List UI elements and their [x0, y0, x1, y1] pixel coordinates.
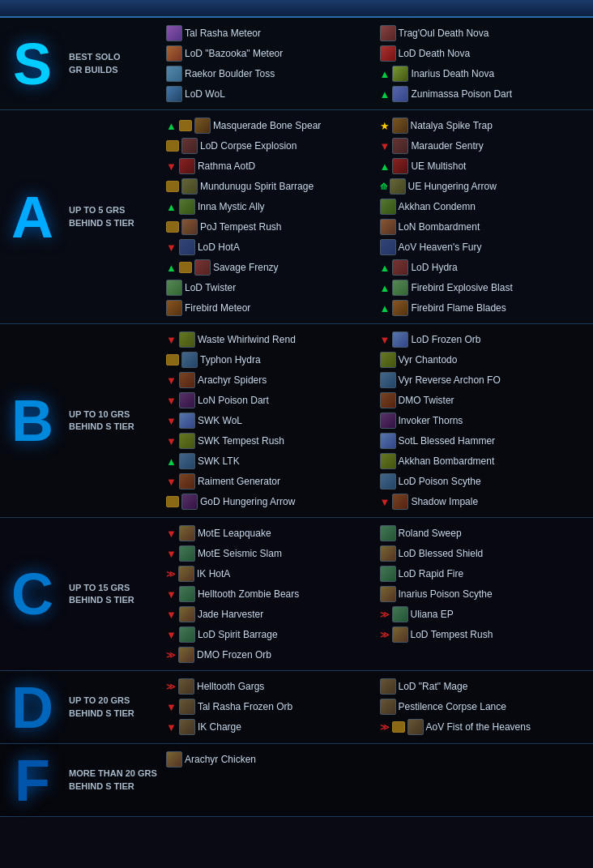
avatar: [179, 239, 195, 255]
list-item: LoD Blessed Shield: [380, 545, 590, 562]
page-wrapper: S BEST SOLOGR BUILDS Tal Rasha Meteor Lo…: [0, 0, 593, 817]
avatar: [178, 566, 194, 582]
avatar: [380, 25, 396, 41]
list-item: ▲ Savage Frenzy: [166, 259, 376, 276]
build-name: Invoker Thorns: [399, 415, 463, 426]
tier-c-builds: ▼ MotE Leapquake ▼ MotE Seismic Slam ≫ I…: [162, 518, 593, 670]
list-item: Pestilence Corpse Lance: [380, 698, 590, 716]
list-item: ▼ LoN Poison Dart: [166, 391, 376, 409]
list-item: ▼ Raiment Generator: [166, 472, 376, 490]
avatar: [392, 66, 408, 82]
list-item: LoD Corpse Explosion: [166, 137, 376, 155]
list-item: ≫ LoD Tempest Rush: [380, 626, 590, 644]
list-item: ▲ Zunimassa Poison Dart: [380, 85, 590, 103]
list-item: Arachyr Chicken: [166, 750, 376, 768]
list-item: ▼ IK Charge: [166, 718, 376, 736]
build-name: MotE Seismic Slam: [198, 548, 282, 559]
tier-a-left: ▲ Masquerade Bone Spear LoD Corpse Explo…: [166, 117, 376, 317]
build-name: Arachyr Chicken: [185, 754, 256, 765]
avatar: [380, 545, 396, 562]
avatar: [392, 158, 408, 174]
down-arrow: ▼: [380, 334, 390, 346]
up-arrow: ▲: [166, 455, 177, 468]
avatar: [392, 259, 408, 276]
up-arrow: ▲: [380, 88, 390, 100]
avatar: [380, 352, 396, 368]
list-item: Raekor Boulder Toss: [166, 65, 376, 83]
list-item: ▼ Marauder Sentry: [380, 137, 590, 155]
build-name: Vyr Reverse Archon FO: [399, 374, 501, 386]
up-arrow: ▲: [380, 68, 390, 80]
build-name: Firebird Meteor: [185, 302, 250, 314]
build-name: Helltooth Zombie Bears: [198, 588, 299, 600]
list-item: Roland Sweep: [380, 524, 590, 542]
double-down-arrow: ≫: [166, 682, 176, 692]
bag-icon: [166, 221, 179, 233]
build-name: Tal Rasha Frozen Orb: [198, 701, 292, 712]
build-name: LoD HotA: [198, 242, 240, 253]
tier-c-right: Roland Sweep LoD Blessed Shield LoD Rapi…: [380, 524, 590, 664]
build-name: Akkhan Bombardment: [399, 455, 495, 467]
avatar: [194, 259, 211, 276]
build-name: LoD "Rat" Mage: [399, 681, 468, 692]
build-name: Inarius Poison Scythe: [399, 588, 493, 600]
list-item: ▼ Waste Whirlwind Rend: [166, 331, 376, 348]
tier-s-label-col: S: [0, 18, 65, 109]
list-item: Inarius Poison Scythe: [380, 585, 590, 603]
avatar: [392, 118, 408, 134]
tier-s-desc: BEST SOLOGR BUILDS: [69, 51, 121, 76]
build-name: Waste Whirlwind Rend: [198, 334, 296, 345]
list-item: ▲ UE Multishot: [380, 157, 590, 175]
tier-d-letter: D: [11, 678, 53, 737]
avatar: [179, 453, 195, 469]
list-item: ▲ Firebird Flame Blades: [380, 299, 590, 317]
list-item: ▼ LoD HotA: [166, 238, 376, 256]
build-name: Raiment Generator: [198, 476, 280, 487]
avatar: [181, 219, 198, 235]
list-item: ≫ AoV Fist of the Heavens: [380, 718, 590, 736]
up-arrow: ▲: [166, 120, 177, 132]
bag-icon: [392, 721, 405, 733]
list-item: GoD Hungering Arrow: [166, 493, 376, 511]
avatar: [380, 219, 396, 235]
avatar: [166, 45, 182, 62]
up-arrow: ▲: [380, 282, 390, 294]
tier-s-desc-col: BEST SOLOGR BUILDS: [65, 18, 162, 109]
tier-b-left: ▼ Waste Whirlwind Rend Typhon Hydra ▼ Ar…: [166, 331, 376, 511]
list-item: ▼ Rathma AotD: [166, 157, 376, 175]
build-name: LoD "Bazooka" Meteor: [185, 48, 283, 59]
tier-b-builds: ▼ Waste Whirlwind Rend Typhon Hydra ▼ Ar…: [162, 324, 593, 517]
list-item: ⟰ UE Hungering Arrow: [380, 177, 590, 195]
build-name: DMO Twister: [399, 395, 454, 406]
tier-c-desc-col: UP TO 15 GRSBEHIND S TIER: [65, 518, 162, 670]
tier-s-builds: Tal Rasha Meteor LoD "Bazooka" Meteor Ra…: [162, 18, 593, 109]
avatar: [179, 158, 195, 174]
build-name: GoD Hungering Arrow: [200, 496, 295, 507]
list-item: ≫ IK HotA: [166, 565, 376, 583]
tier-a-section: A UP TO 5 GRSBEHIND S TIER ▲ Masquerade …: [0, 110, 593, 324]
tier-f-desc-col: MORE THAN 20 GRSBEHIND S TIER: [65, 744, 162, 816]
avatar: [179, 433, 195, 449]
double-down-arrow: ≫: [166, 650, 176, 661]
up-arrow: ▲: [166, 201, 177, 213]
tier-d-right: LoD "Rat" Mage Pestilence Corpse Lance ≫…: [380, 678, 590, 737]
avatar: [392, 606, 408, 622]
avatar: [392, 86, 408, 102]
avatar: [179, 525, 195, 541]
build-name: AoV Fist of the Heavens: [426, 721, 531, 733]
up-arrow: ▲: [380, 262, 390, 274]
double-down-arrow: ≫: [380, 722, 390, 733]
avatar: [380, 453, 396, 469]
build-name: UE Multishot: [411, 160, 466, 172]
build-name: LoN Bombardment: [399, 221, 480, 233]
list-item: ▼ LoD Frozen Orb: [380, 331, 590, 348]
tier-b-letter: B: [11, 391, 53, 450]
tier-a-builds: ▲ Masquerade Bone Spear LoD Corpse Explo…: [162, 110, 593, 323]
list-item: SotL Blessed Hammer: [380, 432, 590, 450]
build-name: Zunimassa Poison Dart: [411, 88, 512, 100]
tier-s-left: Tal Rasha Meteor LoD "Bazooka" Meteor Ra…: [166, 24, 376, 103]
tier-c-label-col: C: [0, 518, 65, 670]
tier-s-right: Trag'Oul Death Nova LoD Death Nova ▲ Ina…: [380, 24, 590, 103]
list-item: LoD Poison Scythe: [380, 472, 590, 490]
list-item: ▼ Tal Rasha Frozen Orb: [166, 698, 376, 716]
